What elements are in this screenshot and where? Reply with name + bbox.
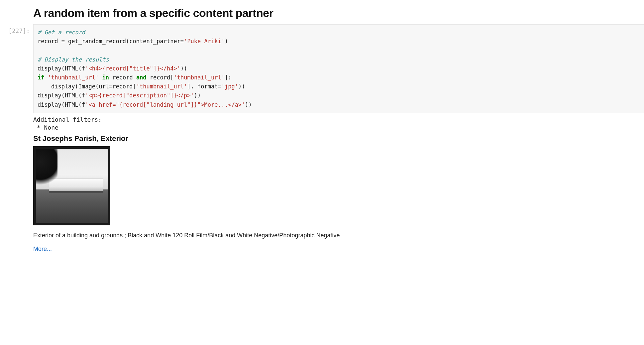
- code-keyword: if: [38, 74, 44, 81]
- code-text: record: [109, 74, 136, 81]
- code-keyword: in: [102, 74, 109, 81]
- code-string: 'thumbnail_url': [136, 83, 187, 90]
- code-cell: [227]: # Get a record record = get_rando…: [0, 24, 644, 113]
- output-description: Exterior of a building and grounds.; Bla…: [33, 231, 634, 240]
- code-text: )): [180, 65, 187, 72]
- input-prompt: [227]:: [0, 24, 33, 34]
- code-text: )): [238, 83, 245, 90]
- code-text: display(HTML(f: [38, 65, 85, 72]
- output-image: [33, 146, 110, 225]
- code-text: display(HTML(f: [38, 92, 85, 99]
- image-building-shadow: [49, 191, 103, 193]
- code-keyword: and: [136, 74, 147, 81]
- code-string: '<p>{record["description"]}</p>': [85, 92, 194, 99]
- code-string: 'thumbnail_url': [48, 74, 99, 81]
- code-text: display(Image(url=record[: [38, 83, 136, 90]
- code-text: ]:: [225, 74, 231, 81]
- code-text: )): [194, 92, 201, 99]
- code-string: 'jpg': [221, 83, 238, 90]
- output-title: St Josephs Parish, Exterior: [33, 134, 634, 143]
- code-text: record = get_random_record(content_partn…: [38, 38, 184, 45]
- code-text: [44, 74, 48, 81]
- image-content: [36, 149, 108, 223]
- code-text: [99, 74, 102, 81]
- code-string: 'Puke Ariki': [184, 38, 225, 45]
- code-comment: # Get a record: [38, 29, 85, 36]
- stdout-text: Additional filters: * None: [33, 116, 634, 132]
- notebook-container: A random item from a specific content pa…: [0, 7, 644, 253]
- code-text: record[: [147, 74, 174, 81]
- image-lawn: [36, 189, 108, 223]
- code-text: ], format=: [187, 83, 221, 90]
- code-text: )): [245, 101, 252, 108]
- image-foliage: [36, 149, 57, 186]
- code-text: ): [225, 38, 228, 45]
- code-string: '<h4>{record["title"]}</h4>': [85, 65, 180, 72]
- code-text: display(HTML(f: [38, 101, 85, 108]
- more-link[interactable]: More...: [33, 246, 52, 252]
- output-area: Additional filters: * None St Josephs Pa…: [0, 116, 644, 253]
- code-input[interactable]: # Get a record record = get_random_recor…: [33, 24, 644, 113]
- code-string: 'thumbnail_url': [174, 74, 225, 81]
- code-comment: # Display the results: [38, 56, 109, 63]
- markdown-cell: A random item from a specific content pa…: [0, 7, 644, 20]
- section-title: A random item from a specific content pa…: [33, 7, 634, 20]
- code-string: '<a href="{record["landing_url"]}">More.…: [85, 101, 245, 108]
